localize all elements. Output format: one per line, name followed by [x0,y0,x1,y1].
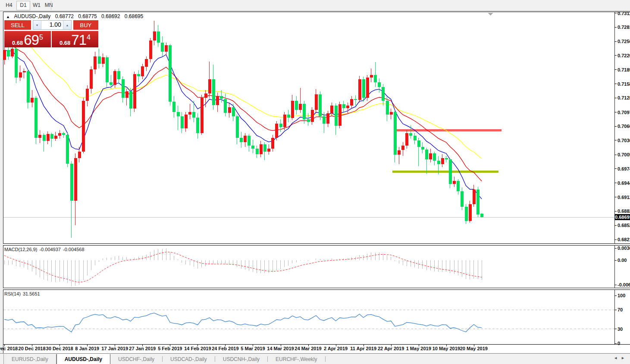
price-axis-label: 0.72810 [617,25,630,30]
indicator-axis-label: 30 [617,327,623,332]
timeframe-toolbar: H4 D1 W1 MN [0,0,630,11]
indicator-axis-label: 0 [617,341,620,346]
sell-price-main: 69 [24,32,39,48]
volume-spinner: ▼ 1.00 ▲ [33,20,72,30]
volume-increase-icon[interactable]: ▲ [63,21,71,29]
buy-price-big: 0.68 [60,40,70,46]
tab-divider [325,356,326,362]
price-axis-label: 0.68825 [617,208,630,214]
date-tick [336,345,336,346]
price-axis-label: 0.69130 [617,195,630,200]
tab-usdcnh[interactable]: USDCNH-,Daily [215,354,267,364]
date-tick [474,345,474,346]
date-tick [4,345,5,346]
price-axis-label: 0.70665 [617,124,630,129]
tab-eurusd[interactable]: EURUSD-,Daily [3,354,56,364]
tab-usdchf[interactable]: USDCHF-,Daily [110,354,162,364]
macd-name: MACD(12,26,9) [4,247,37,252]
date-tick [253,345,253,346]
current-price-tag: 0.68695 [615,214,630,220]
tab-usdcad[interactable]: USDCAD-,Daily [163,354,215,364]
indicator-axis-label: 0.00 [617,258,627,263]
date-tick [281,345,281,346]
sell-button[interactable]: SELL [4,20,31,30]
indicator-axis-label: 70 [617,307,623,312]
rsi-value: 31.5651 [23,291,40,296]
tab-scroll-left-icon[interactable]: ◄ [614,356,621,360]
tab-scroll-arrows: ◄► [614,356,628,360]
buy-button[interactable]: BUY [73,20,98,30]
date-axis-label: 20 May 2019 [457,346,491,351]
tab-eurchf[interactable]: EURCHF-,Weekly [268,354,325,364]
date-tick [170,345,170,346]
price-axis-label: 0.71585 [617,81,630,87]
rsi-pane[interactable] [0,290,630,344]
indicator-axis-label: 0.003035 [617,246,630,251]
price-axis-label: 0.70360 [617,138,630,143]
price-axis-label: 0.68210 [617,237,630,242]
buy-price-pip: 4 [87,34,91,41]
macd-label-row: MACD(12,26,9)-0.004937-0.004568 [4,247,87,252]
price-axis-label: 0.73115 [617,11,630,16]
timeframe-button-d1[interactable]: D1 [16,1,30,10]
price-axis-label: 0.70050 [617,152,630,157]
volume-decrease-icon[interactable]: ▼ [33,21,41,29]
price-axis-label: 0.71280 [617,95,630,100]
date-tick [364,345,364,346]
sell-price-pip: 5 [39,34,43,41]
symbol-tabbar: EURUSD-,Daily AUDUSD-,Daily USDCHF-,Dail… [0,353,630,364]
macd-value-signal: -0.004568 [63,247,85,252]
rsi-name: RSI(14) [4,291,21,296]
price-axis-label: 0.72505 [617,39,630,44]
price-axis-label: 0.69440 [617,180,630,186]
macd-pane[interactable] [0,246,630,288]
sell-price-big: 0.68 [12,40,23,46]
toolbar-separator [51,1,51,10]
date-tick [446,345,447,346]
date-tick [142,345,143,346]
price-axis-label: 0.69745 [617,166,630,171]
timeframe-button-mn[interactable]: MN [42,1,55,9]
buy-price-main: 71 [71,32,86,48]
price-axis-label: 0.68520 [617,223,630,228]
rsi-label-row: RSI(14)31.5651 [4,291,42,296]
date-tick [115,345,115,346]
date-tick [32,345,32,346]
date-tick [391,345,392,346]
sell-price-box[interactable]: 0.68 69 5 [4,31,51,47]
indicator-axis-label: 100 [617,293,625,298]
date-tick [225,345,226,346]
date-tick [87,345,88,346]
indicator-axis-label: -0.00631 [617,282,630,287]
price-axis-label: 0.71890 [617,67,630,72]
tab-audusd[interactable]: AUDUSD-,Daily [56,354,110,364]
date-tick [419,345,419,346]
timeframe-button-h4[interactable]: H4 [3,1,16,9]
date-tick [197,345,198,346]
timeframe-button-w1[interactable]: W1 [30,1,43,9]
tab-scroll-right-icon[interactable]: ► [621,356,628,360]
date-tick [308,345,309,346]
buy-price-box[interactable]: 0.68 71 4 [52,31,98,47]
price-axis-label: 0.70970 [617,110,630,115]
price-axis-label: 0.72200 [617,53,630,58]
date-tick [60,345,60,346]
frame-bottom [3,344,630,345]
one-click-trade-panel: SELL ▼ 1.00 ▲ BUY 0.68 69 5 0.68 71 4 [4,20,98,47]
macd-value-main: -0.004937 [39,247,61,252]
volume-input[interactable]: 1.00 [41,21,63,29]
